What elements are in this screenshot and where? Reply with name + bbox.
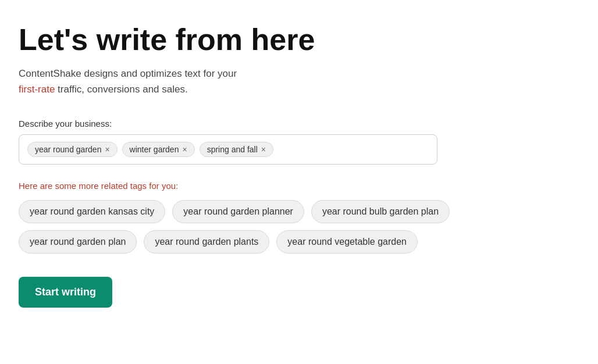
tag-label: spring and fall	[207, 145, 258, 154]
suggestion-chips-row-1: year round garden kansas city year round…	[19, 200, 579, 223]
remove-tag-year-round-garden[interactable]: ×	[105, 145, 109, 154]
suggestion-chip-bulb-plan[interactable]: year round bulb garden plan	[311, 200, 450, 223]
start-writing-button[interactable]: Start writing	[19, 277, 112, 308]
related-tags-label: Here are some more related tags for you:	[19, 181, 579, 191]
subtitle-text-2: traffic, conversions and sales.	[55, 84, 187, 95]
tag-chip-spring-and-fall: spring and fall ×	[200, 142, 273, 157]
business-label: Describe your business:	[19, 119, 579, 129]
subtitle-highlight: first-rate	[19, 84, 55, 95]
page-title: Let's write from here	[19, 23, 579, 56]
tag-chip-year-round-garden: year round garden ×	[27, 142, 118, 157]
tags-input-container[interactable]: year round garden × winter garden × spri…	[19, 134, 437, 165]
tag-chip-winter-garden: winter garden ×	[122, 142, 195, 157]
remove-tag-winter-garden[interactable]: ×	[182, 145, 187, 154]
suggestion-chip-garden-plan[interactable]: year round garden plan	[19, 230, 137, 254]
page-subtitle: ContentShake designs and optimizes text …	[19, 66, 321, 97]
tag-label: year round garden	[35, 145, 101, 154]
tag-label: winter garden	[130, 145, 179, 154]
remove-tag-spring-and-fall[interactable]: ×	[261, 145, 266, 154]
subtitle-text-1: ContentShake designs and optimizes text …	[19, 68, 237, 79]
suggestion-chip-garden-plants[interactable]: year round garden plants	[144, 230, 269, 254]
suggestion-chip-vegetable-garden[interactable]: year round vegetable garden	[276, 230, 418, 254]
suggestion-chip-planner[interactable]: year round garden planner	[172, 200, 304, 223]
suggestion-chip-kansas-city[interactable]: year round garden kansas city	[19, 200, 165, 223]
suggestion-chips-row-2: year round garden plan year round garden…	[19, 230, 579, 254]
